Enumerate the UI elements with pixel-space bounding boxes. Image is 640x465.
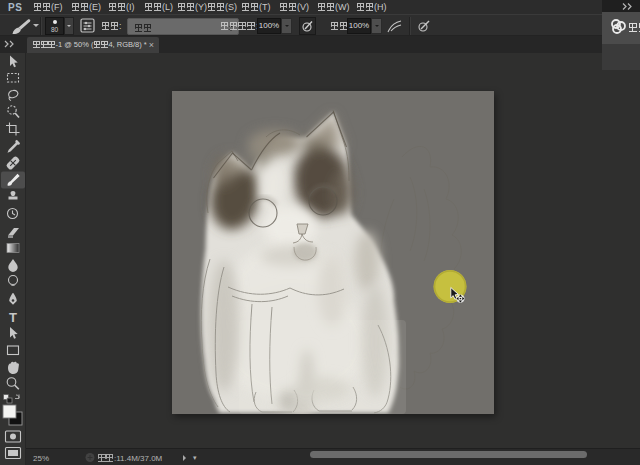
svg-text:T: T <box>9 310 17 325</box>
